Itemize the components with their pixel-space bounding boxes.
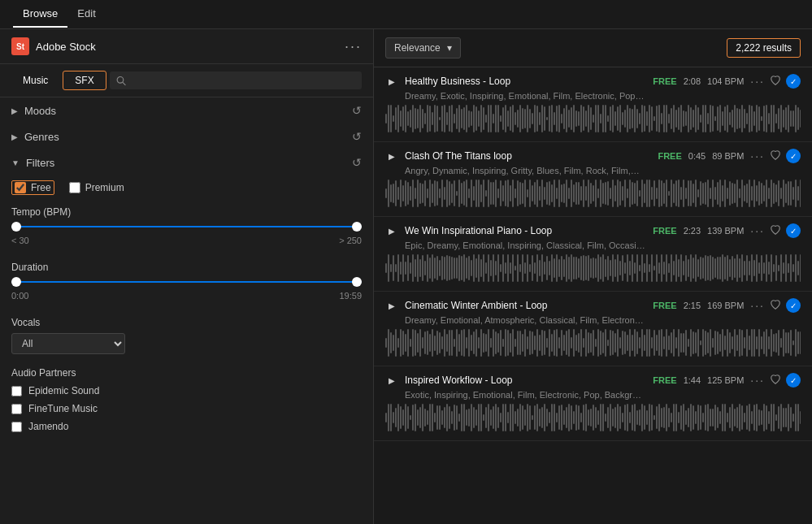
free-badge: FREE [653,301,676,310]
track-title: Inspired Workflow - Loop [405,375,513,386]
track-check-icon[interactable]: ✓ [786,373,801,388]
track-duration: 1:44 [684,375,701,385]
search-box[interactable] [110,71,362,89]
track-more-button[interactable]: ··· [750,75,765,88]
track-tags: Dreamy, Emotional, Atmospheric, Classica… [405,315,801,325]
results-count: 2,222 results [727,38,801,58]
vocals-label: Vocals [11,317,362,328]
tempo-slider-labels: < 30 > 250 [11,236,362,245]
free-checkbox-label[interactable]: Free [11,180,54,195]
moods-chevron-icon: ▶ [11,106,18,115]
track-item: ▶ Inspired Workflow - Loop FREE 1:44 125… [374,366,812,441]
duration-label: Duration [11,262,362,273]
relevance-dropdown[interactable]: Relevance ▾ [385,37,461,58]
track-like-button[interactable] [770,374,781,388]
track-like-button[interactable] [770,224,781,238]
filters-refresh-icon[interactable]: ↺ [352,156,362,169]
play-button[interactable]: ▶ [385,149,398,162]
tempo-min-thumb[interactable] [11,222,21,232]
track-check-icon[interactable]: ✓ [786,149,801,163]
duration-max-thumb[interactable] [352,277,362,287]
tempo-max-thumb[interactable] [352,222,362,232]
track-title: Cinematic Winter Ambient - Loop [405,300,547,311]
music-tab[interactable]: Music [11,71,59,89]
track-like-button[interactable] [770,299,781,313]
track-item: ▶ Healthy Business - Loop FREE 2:08 104 … [374,67,812,142]
finetune-checkbox[interactable] [11,404,22,414]
track-more-button[interactable]: ··· [750,224,765,237]
track-top-row: ▶ Healthy Business - Loop FREE 2:08 104 … [385,74,801,89]
play-button[interactable]: ▶ [385,374,398,387]
track-like-button[interactable] [770,75,781,89]
track-item: ▶ Cinematic Winter Ambient - Loop FREE 2… [374,292,812,366]
track-duration: 2:23 [684,226,701,236]
track-bpm: 169 BPM [707,301,744,310]
play-button[interactable]: ▶ [385,299,398,312]
track-check-icon[interactable]: ✓ [786,298,801,313]
track-tags: Angry, Dynamic, Inspiring, Gritty, Blues… [405,166,801,175]
partner-finetune: FineTune Music [11,403,362,414]
tempo-max-label: > 250 [339,236,362,245]
epidemic-label: Epidemic Sound [28,385,99,396]
tab-browse[interactable]: Browse [13,1,67,28]
track-top-row: ▶ Clash Of The Titans loop FREE 0:45 89 … [385,149,801,163]
sfx-tab[interactable]: SFX [63,71,106,90]
tempo-slider-fill [11,226,362,227]
filters-header: ▼ Filters ↺ [0,149,373,175]
track-more-button[interactable]: ··· [750,374,765,387]
play-button[interactable]: ▶ [385,75,398,88]
duration-slider-fill [11,281,362,283]
genres-refresh-icon[interactable]: ↺ [352,130,362,143]
duration-max-label: 19:59 [339,291,362,301]
track-item: ▶ We Win Inspirational Piano - Loop FREE… [374,217,812,292]
finetune-label: FineTune Music [28,403,98,414]
jamendo-checkbox[interactable] [11,422,22,432]
duration-slider-container: 0:00 19:59 [11,281,362,301]
duration-min-thumb[interactable] [11,277,21,287]
duration-slider-labels: 0:00 19:59 [11,291,362,301]
track-more-button[interactable]: ··· [750,149,765,162]
free-badge: FREE [658,151,681,161]
track-top-row: ▶ Inspired Workflow - Loop FREE 1:44 125… [385,373,801,388]
main-content: St Adobe Stock ··· Music SFX ▶ Moods [0,29,812,524]
track-waveform[interactable] [385,328,801,357]
tempo-slider-container: < 30 > 250 [11,226,362,245]
track-tags: Exotic, Inspiring, Emotional, Film, Elec… [405,390,801,400]
right-header: Relevance ▾ 2,222 results [374,29,812,67]
track-waveform[interactable] [385,253,801,283]
play-button[interactable]: ▶ [385,224,398,237]
free-badge: FREE [653,76,676,86]
svg-line-1 [123,82,125,84]
track-waveform[interactable] [385,104,801,133]
track-waveform[interactable] [385,179,801,208]
track-waveform[interactable] [385,403,801,432]
svg-point-0 [117,76,124,83]
track-title: We Win Inspirational Piano - Loop [405,225,552,236]
audio-partners-label: Audio Partners [11,367,362,379]
premium-checkbox[interactable] [69,182,80,193]
vocals-select[interactable]: All Instrumental Vocals [11,333,125,354]
track-tags: Dreamy, Exotic, Inspiring, Emotional, Fi… [405,91,801,101]
tab-edit[interactable]: Edit [67,1,105,28]
vocals-section: Vocals All Instrumental Vocals [0,310,373,361]
free-checkbox[interactable] [15,182,26,193]
tracks-list: ▶ Healthy Business - Loop FREE 2:08 104 … [374,67,812,524]
track-tags: Epic, Dreamy, Emotional, Inspiring, Clas… [405,240,801,250]
track-bpm: 125 BPM [707,375,744,385]
track-like-button[interactable] [770,149,781,163]
track-check-icon[interactable]: ✓ [786,223,801,238]
partner-jamendo: Jamendo [11,421,362,432]
tempo-slider-track [11,226,362,227]
track-more-button[interactable]: ··· [750,299,765,312]
moods-row[interactable]: ▶ Moods ↺ [0,97,373,123]
track-top-row: ▶ We Win Inspirational Piano - Loop FREE… [385,223,801,238]
premium-checkbox-label[interactable]: Premium [69,182,124,193]
genres-row[interactable]: ▶ Genres ↺ [0,123,373,149]
more-options-button[interactable]: ··· [345,38,362,55]
epidemic-checkbox[interactable] [11,386,22,396]
free-premium-row: Free Premium [0,175,373,200]
search-input[interactable] [131,75,355,86]
premium-label: Premium [85,182,124,193]
track-check-icon[interactable]: ✓ [786,74,801,89]
moods-refresh-icon[interactable]: ↺ [352,104,362,117]
